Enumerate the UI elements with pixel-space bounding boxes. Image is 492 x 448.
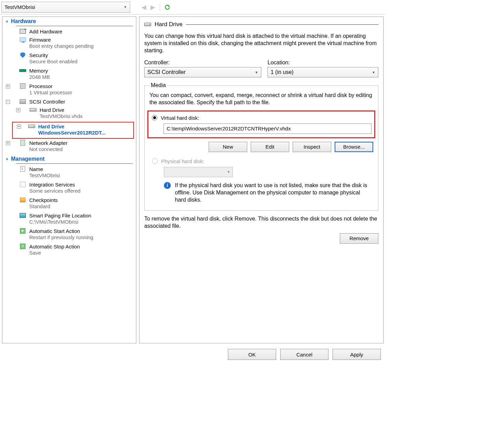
tree-add-hardware[interactable]: Add Hardware xyxy=(2,28,136,36)
cancel-button[interactable]: Cancel xyxy=(280,349,328,360)
ok-button[interactable]: OK xyxy=(228,349,276,360)
expand-icon[interactable]: + xyxy=(6,141,10,145)
virtual-hard-disk-radio[interactable] xyxy=(152,115,157,120)
detail-title: Hard Drive xyxy=(155,21,182,28)
scsi-icon xyxy=(20,99,26,104)
vhd-label: Virtual hard disk: xyxy=(161,115,199,121)
expand-icon[interactable]: + xyxy=(16,108,20,112)
refresh-icon xyxy=(164,4,170,10)
chevron-down-icon: ▼ xyxy=(227,170,230,174)
collapse-icon: « xyxy=(6,19,8,24)
inspect-button[interactable]: Inspect xyxy=(293,142,331,152)
expand-icon[interactable]: + xyxy=(6,84,10,88)
nav-back-icon: ◀ xyxy=(140,4,147,11)
new-button[interactable]: New xyxy=(209,142,247,152)
physical-disk-select: ▼ xyxy=(164,167,233,177)
tree-integration-services[interactable]: Integration Services Some services offer… xyxy=(2,181,136,196)
vm-selector[interactable]: TestVMObrisi ▼ xyxy=(1,2,130,13)
location-select[interactable]: 1 (in use) ▼ xyxy=(268,67,378,77)
tree-firmware[interactable]: Firmware Boot entry changes pending xyxy=(2,36,136,51)
hdd-icon xyxy=(28,125,35,128)
hdd-icon xyxy=(30,108,36,111)
tree-hard-drive-1[interactable]: + Hard Drive TestVMObrisi.vhdx xyxy=(10,106,136,121)
add-hardware-icon xyxy=(20,29,26,34)
toolbar-divider xyxy=(160,3,160,11)
tree-auto-stop[interactable]: Automatic Stop Action Save xyxy=(2,243,136,258)
tree-smart-paging[interactable]: Smart Paging File Location C:\VMs\TestVM… xyxy=(2,212,136,227)
controller-label: Controller: xyxy=(144,60,261,66)
chevron-down-icon: ▼ xyxy=(255,71,258,74)
remove-button[interactable]: Remove xyxy=(340,233,378,244)
tree-memory[interactable]: Memory 2048 MB xyxy=(2,67,136,82)
tree-scsi[interactable]: − SCSI Controller xyxy=(2,98,136,106)
autostart-icon xyxy=(20,228,25,234)
physical-hard-disk-radio[interactable] xyxy=(152,158,158,164)
controller-select[interactable]: SCSI Controller ▼ xyxy=(144,67,261,77)
refresh-button[interactable] xyxy=(164,3,171,11)
tree-security[interactable]: Security Secure Boot enabled xyxy=(2,51,136,67)
tree-hard-drive-2[interactable]: + Hard Drive WindowsServer2012R2DT... xyxy=(13,122,133,138)
tree-network-adapter[interactable]: + Network Adapter Not connected xyxy=(2,139,136,154)
hdd-icon xyxy=(144,23,151,26)
collapse-icon: « xyxy=(6,157,8,161)
settings-tree: « Hardware Add Hardware Firmware Boot en… xyxy=(2,17,136,343)
monitor-icon xyxy=(20,38,26,42)
management-section-header[interactable]: « Management xyxy=(2,154,136,163)
collapse-icon[interactable]: − xyxy=(6,100,10,104)
tree-checkpoints[interactable]: Checkpoints Standard xyxy=(2,196,136,212)
name-icon xyxy=(20,166,25,172)
integration-icon xyxy=(20,182,25,187)
expand-icon[interactable]: + xyxy=(17,125,21,129)
tree-name[interactable]: Name TestVMObrisi xyxy=(2,165,136,181)
cpu-icon xyxy=(20,83,25,89)
edit-button[interactable]: Edit xyxy=(251,142,289,152)
location-label: Location: xyxy=(268,60,378,66)
info-icon: i xyxy=(164,182,171,189)
media-description: You can compact, convert, expand, merge,… xyxy=(149,92,373,106)
detail-description: You can change how this virtual hard dis… xyxy=(144,33,378,54)
tree-processor[interactable]: + Processor 1 Virtual processor xyxy=(2,82,136,98)
media-legend: Media xyxy=(149,82,167,88)
vhd-path-input[interactable] xyxy=(164,124,371,134)
paging-icon xyxy=(20,213,26,218)
network-icon xyxy=(20,140,25,146)
remove-description: To remove the virtual hard disk, click R… xyxy=(144,215,378,230)
phd-label: Physical hard disk: xyxy=(161,158,204,164)
chevron-down-icon: ▼ xyxy=(372,71,375,74)
browse-button[interactable]: Browse... xyxy=(335,142,373,152)
physical-disk-info: If the physical hard disk you want to us… xyxy=(175,182,370,203)
apply-button[interactable]: Apply xyxy=(333,349,381,360)
hardware-section-header[interactable]: « Hardware xyxy=(2,17,136,25)
autostop-icon xyxy=(20,244,25,249)
settings-detail-pane: Hard Drive You can change how this virtu… xyxy=(139,17,384,343)
vm-name: TestVMObrisi xyxy=(4,4,35,10)
chevron-down-icon: ▼ xyxy=(124,5,127,9)
shield-icon xyxy=(20,52,25,58)
media-fieldset: Media You can compact, convert, expand, … xyxy=(144,82,378,211)
memory-icon xyxy=(19,69,26,72)
checkpoint-icon xyxy=(20,198,25,202)
nav-forward-icon: ▶ xyxy=(149,4,156,11)
tree-auto-start[interactable]: Automatic Start Action Restart if previo… xyxy=(2,227,136,243)
